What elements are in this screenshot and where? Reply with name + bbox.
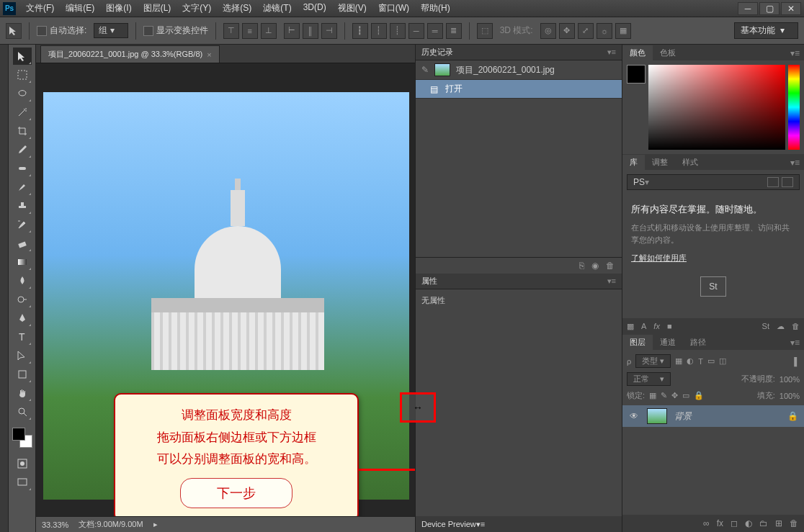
- color-swatches[interactable]: [12, 428, 32, 448]
- layer-name[interactable]: 背景: [674, 410, 692, 423]
- dist-4-icon[interactable]: ─: [408, 23, 424, 39]
- heal-tool[interactable]: [13, 160, 32, 177]
- stock2-icon[interactable]: St: [762, 322, 769, 330]
- history-source-row[interactable]: ✎ 项目_20060221_0001.jpg: [416, 60, 622, 79]
- align-top-icon[interactable]: ⊤: [223, 23, 239, 39]
- canvas-viewport[interactable]: 调整面板宽度和高度 拖动面板右侧边框或下方边框 可以分别调整面板的宽和高。 下一…: [36, 63, 415, 516]
- tab-library[interactable]: 库: [622, 155, 645, 170]
- tab-layers[interactable]: 图层: [622, 335, 653, 350]
- brush-tool[interactable]: [13, 179, 32, 196]
- char-icon[interactable]: A: [641, 322, 646, 330]
- orbit-icon[interactable]: ◎: [540, 23, 556, 39]
- filter-pixel-icon[interactable]: ▦: [675, 356, 682, 366]
- gradient-tool[interactable]: [13, 253, 32, 271]
- hand-tool[interactable]: [13, 384, 32, 402]
- pen-tool[interactable]: [13, 310, 32, 327]
- panel-menu-icon[interactable]: ▾≡: [786, 155, 804, 170]
- align-bottom-icon[interactable]: ⊥: [261, 23, 277, 39]
- eraser-tool[interactable]: [13, 235, 32, 252]
- lib-grid-icon[interactable]: [767, 177, 779, 187]
- align-hcenter-icon[interactable]: ║: [303, 23, 318, 39]
- show-transform-checkbox[interactable]: 显示变换控件: [143, 24, 208, 37]
- tab-paths[interactable]: 路径: [683, 335, 713, 350]
- menu-image[interactable]: 图像(I): [102, 1, 135, 16]
- menu-edit[interactable]: 编辑(E): [61, 1, 99, 16]
- path-select-tool[interactable]: [13, 347, 32, 364]
- light-icon[interactable]: ☼: [597, 23, 612, 39]
- arrange-icon[interactable]: ⬚: [477, 23, 493, 39]
- lock-artboard-icon[interactable]: ▭: [682, 391, 689, 400]
- stock-badge[interactable]: St: [700, 276, 726, 297]
- lock-paint-icon[interactable]: ✎: [661, 391, 667, 400]
- dist-3-icon[interactable]: ┊: [390, 23, 406, 39]
- history-panel-header[interactable]: 历史记录▾≡: [416, 45, 622, 60]
- locked-icon[interactable]: 🔒: [787, 411, 798, 421]
- menu-help[interactable]: 帮助(H): [416, 1, 455, 16]
- panel-menu-icon[interactable]: ▾≡: [607, 276, 616, 286]
- tab-swatches[interactable]: 色板: [653, 45, 683, 60]
- lib-list-icon[interactable]: [782, 177, 793, 187]
- new-doc-from-state-icon[interactable]: ⎘: [579, 261, 584, 271]
- tab-styles[interactable]: 样式: [675, 155, 705, 170]
- color-fg-swatch[interactable]: [627, 65, 646, 84]
- filter-smart-icon[interactable]: ◫: [719, 356, 726, 366]
- swatch-icon[interactable]: ■: [667, 322, 672, 330]
- menu-filter[interactable]: 滤镜(T): [259, 1, 295, 16]
- close-tab-icon[interactable]: ×: [207, 50, 211, 59]
- menu-layer[interactable]: 图层(L): [139, 1, 176, 16]
- filter-type-icon[interactable]: T: [698, 357, 703, 366]
- shape-tool[interactable]: [13, 366, 32, 383]
- layer-filter-dropdown[interactable]: 类型 ▾: [635, 354, 671, 368]
- maximize-button[interactable]: ▢: [759, 2, 780, 15]
- eyedropper-tool[interactable]: [13, 141, 32, 158]
- menu-view[interactable]: 视图(V): [334, 1, 371, 16]
- panel-collapse-strip-left[interactable]: [0, 45, 9, 532]
- current-tool-icon[interactable]: [6, 23, 22, 39]
- new-layer-icon[interactable]: ⊞: [775, 518, 782, 528]
- history-brush-source-icon[interactable]: ✎: [421, 65, 429, 75]
- snapshot-icon[interactable]: ◉: [591, 261, 599, 271]
- panel-menu-icon[interactable]: ▾≡: [607, 48, 616, 57]
- status-caret-icon[interactable]: ▸: [153, 520, 158, 529]
- properties-panel-header[interactable]: 属性▾≡: [416, 274, 622, 289]
- minimize-button[interactable]: ─: [738, 2, 758, 15]
- close-button[interactable]: ✕: [781, 2, 801, 15]
- cloud-icon[interactable]: ☁: [777, 322, 785, 331]
- quickmask-tool[interactable]: [13, 455, 32, 472]
- opacity-value[interactable]: 100%: [780, 375, 800, 384]
- visibility-icon[interactable]: 👁: [628, 411, 640, 421]
- delete-state-icon[interactable]: 🗑: [606, 261, 615, 271]
- align-right-icon[interactable]: ⊣: [321, 23, 337, 39]
- marquee-tool[interactable]: [13, 66, 32, 84]
- hue-slider[interactable]: [788, 65, 800, 150]
- device-preview-header[interactable]: Device Preview▾≡: [416, 516, 622, 532]
- type-tool[interactable]: T: [13, 328, 32, 346]
- history-brush-tool[interactable]: [13, 216, 32, 233]
- mask-icon[interactable]: ▩: [627, 322, 634, 331]
- tab-adjustments[interactable]: 调整: [645, 155, 675, 170]
- dolly-icon[interactable]: ⤢: [578, 23, 594, 39]
- mesh-icon[interactable]: ▦: [615, 23, 631, 39]
- doc-info[interactable]: 文档:9.00M/9.00M: [79, 519, 143, 530]
- filter-shape-icon[interactable]: ▭: [707, 356, 715, 366]
- lasso-tool[interactable]: [13, 85, 32, 102]
- menu-type[interactable]: 文字(Y): [178, 1, 215, 16]
- group-icon[interactable]: 🗀: [759, 518, 768, 528]
- lock-trans-icon[interactable]: ▦: [649, 391, 656, 400]
- wand-tool[interactable]: [13, 104, 32, 121]
- align-left-icon[interactable]: ⊢: [284, 23, 300, 39]
- library-learn-link[interactable]: 了解如何使用库: [631, 253, 687, 263]
- auto-select-checkbox[interactable]: 自动选择:: [37, 24, 86, 37]
- stamp-tool[interactable]: [13, 197, 32, 215]
- layer-thumbnail[interactable]: [647, 408, 667, 424]
- link-layers-icon[interactable]: ∞: [703, 518, 710, 528]
- menu-window[interactable]: 窗口(W): [374, 1, 414, 16]
- panel-menu-icon[interactable]: ▾≡: [476, 520, 485, 529]
- layer-background[interactable]: 👁 背景 🔒: [622, 405, 804, 427]
- fill-value[interactable]: 100%: [780, 392, 800, 400]
- zoom-tool[interactable]: [13, 403, 32, 420]
- dodge-tool[interactable]: [13, 291, 32, 308]
- pan-icon[interactable]: ✥: [559, 23, 575, 39]
- tutorial-next-button[interactable]: 下一步: [180, 478, 292, 508]
- lock-pos-icon[interactable]: ✥: [671, 391, 678, 400]
